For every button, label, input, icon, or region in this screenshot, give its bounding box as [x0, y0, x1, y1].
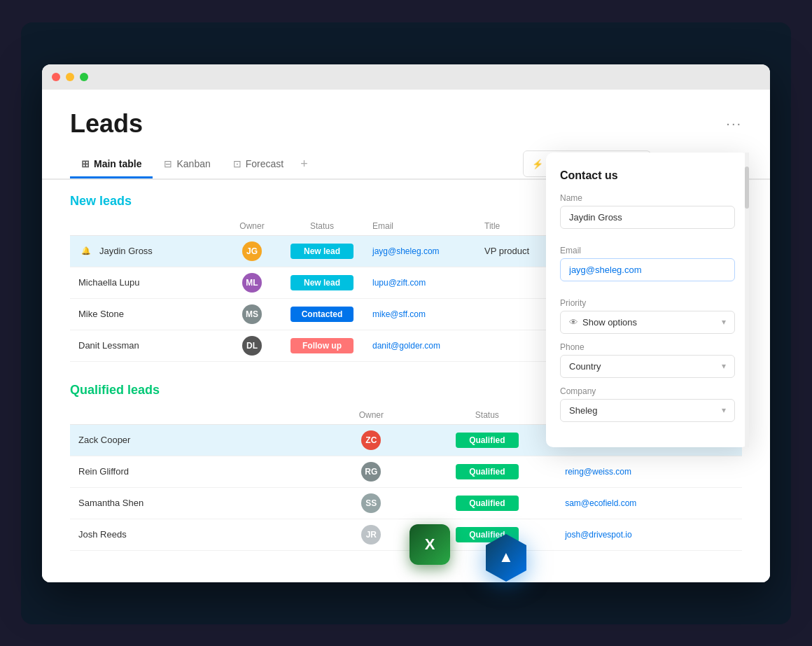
- excel-icon-wrapper: X: [410, 524, 450, 565]
- company-value: Sheleg: [569, 405, 597, 416]
- q-owner-cell: ZC: [325, 424, 417, 456]
- hexagon-app-icon: ▲: [483, 533, 529, 583]
- window-expand-dot[interactable]: [80, 73, 88, 81]
- q-name-cell: Zack Cooper: [70, 424, 325, 456]
- page-title: Leads: [70, 109, 143, 139]
- lead-name: Mike Stone: [78, 309, 124, 319]
- q-owner-avatar: JR: [361, 525, 381, 545]
- country-select[interactable]: Country ▾: [560, 355, 735, 378]
- tab-kanban[interactable]: ⊟ Kanban: [153, 151, 221, 178]
- name-cell: Michaella Lupu: [78, 277, 216, 288]
- browser-titlebar: [42, 64, 770, 90]
- status-badge: Contacted: [290, 307, 354, 322]
- col-owner-q: Owner: [325, 406, 417, 425]
- qualified-lead-row-1[interactable]: Rein Glifford RG Qualified reing@weiss.c…: [70, 456, 742, 487]
- name-field-group: Name: [560, 193, 735, 237]
- q-owner-cell: SS: [325, 487, 417, 519]
- lead-name: Jaydin Gross: [99, 246, 153, 256]
- q-status-badge: Qualified: [456, 433, 519, 448]
- owner-avatar: JG: [242, 241, 262, 261]
- phone-label: Phone: [560, 342, 735, 352]
- status-cell: Contacted: [280, 298, 364, 330]
- q-email-cell: sam@ecofield.com: [556, 487, 742, 519]
- tab-forecast[interactable]: ⊡ Forecast: [222, 151, 295, 178]
- priority-label: Priority: [560, 298, 735, 308]
- company-label: Company: [560, 386, 735, 396]
- lead-name: Michaella Lupu: [78, 277, 139, 288]
- company-select[interactable]: Sheleg ▾: [560, 399, 735, 422]
- page-title-row: Leads ···: [70, 109, 742, 139]
- q-name-cell: Rein Glifford: [70, 456, 325, 487]
- qualified-lead-row-3[interactable]: Josh Reeds JR Qualified josh@drivespot.i…: [70, 519, 742, 550]
- q-status-cell: Qualified: [418, 424, 557, 456]
- tab-kanban-label: Kanban: [176, 158, 210, 169]
- screen-background: Leads ··· ⊞ Main table ⊟ Kanban ⊡: [21, 22, 791, 624]
- owner-cell: JG: [224, 235, 280, 267]
- window-close-dot[interactable]: [52, 73, 60, 81]
- app-hex-wrapper: ▲: [483, 533, 529, 586]
- col-owner: Owner: [224, 217, 280, 236]
- window-minimize-dot[interactable]: [66, 73, 74, 81]
- q-email-value: josh@drivespot.io: [565, 530, 632, 540]
- email-value: lupu@zift.com: [372, 278, 426, 288]
- owner-avatar: MS: [242, 304, 262, 324]
- priority-field-group: Priority 👁 Show options ▾: [560, 298, 735, 334]
- lead-name: Danit Lessman: [78, 340, 139, 351]
- owner-avatar: ML: [242, 273, 262, 293]
- indicator-cell: 🔔 Jaydin Gross: [70, 235, 224, 267]
- col-status-q: Status: [418, 406, 557, 425]
- priority-select-inner: 👁 Show options: [569, 317, 637, 328]
- header-actions: ···: [726, 115, 742, 132]
- name-cell: Mike Stone: [78, 309, 216, 319]
- email-input[interactable]: [560, 258, 735, 281]
- email-cell: mike@sff.com: [364, 298, 476, 330]
- email-cell: jayg@sheleg.com: [364, 235, 476, 267]
- company-chevron-icon: ▾: [722, 405, 726, 415]
- contact-panel-title: Contact us: [560, 169, 735, 182]
- browser-window: Leads ··· ⊞ Main table ⊟ Kanban ⊡: [42, 64, 770, 582]
- integrate-icon: ⚡: [532, 159, 543, 169]
- excel-letter: X: [425, 535, 435, 554]
- status-cell: New lead: [280, 235, 364, 267]
- q-lead-name: Rein Glifford: [78, 466, 129, 477]
- forecast-icon: ⊡: [233, 158, 241, 169]
- more-options-button[interactable]: ···: [726, 115, 742, 132]
- q-owner-cell: JR: [325, 519, 417, 550]
- q-lead-name: Samantha Shen: [78, 498, 144, 508]
- owner-cell: MS: [224, 298, 280, 330]
- q-status-cell: Qualified: [418, 456, 557, 487]
- excel-icon: X: [410, 524, 450, 565]
- col-name: [70, 217, 224, 236]
- qualified-lead-row-2[interactable]: Samantha Shen SS Qualified sam@ecofield.…: [70, 487, 742, 519]
- email-cell: lupu@zift.com: [364, 267, 476, 298]
- tab-main-table-label: Main table: [94, 158, 141, 169]
- name-cell: Danit Lessman: [78, 340, 216, 351]
- q-email-cell: josh@drivespot.io: [556, 519, 742, 550]
- tab-main-table[interactable]: ⊞ Main table: [70, 151, 153, 178]
- status-badge: New lead: [290, 244, 354, 259]
- email-label: Email: [560, 246, 735, 255]
- q-email-cell: reing@weiss.com: [556, 456, 742, 487]
- priority-placeholder: Show options: [582, 317, 637, 328]
- scrollbar-track[interactable]: [745, 153, 749, 447]
- q-owner-avatar: RG: [361, 462, 381, 482]
- q-status-badge: Qualified: [456, 496, 519, 511]
- notification-icon: 🔔: [78, 244, 94, 259]
- col-email: Email: [364, 217, 476, 236]
- name-input[interactable]: [560, 206, 735, 229]
- main-table-icon: ⊞: [81, 158, 90, 169]
- status-cell: Follow up: [280, 330, 364, 361]
- phone-field-group: Phone Country ▾: [560, 342, 735, 378]
- eye-icon: 👁: [569, 317, 578, 328]
- q-owner-avatar: SS: [361, 493, 381, 513]
- priority-select[interactable]: 👁 Show options ▾: [560, 311, 735, 334]
- scrollbar-thumb[interactable]: [745, 167, 749, 209]
- q-name-cell: Josh Reeds: [70, 519, 325, 550]
- name-label: Name: [560, 193, 735, 203]
- owner-cell: ML: [224, 267, 280, 298]
- chevron-down-icon: ▾: [722, 317, 726, 327]
- add-tab-button[interactable]: +: [295, 150, 314, 178]
- email-field-group: Email: [560, 246, 735, 290]
- indicator-cell: Mike Stone: [70, 298, 224, 330]
- country-placeholder: Country: [569, 361, 601, 372]
